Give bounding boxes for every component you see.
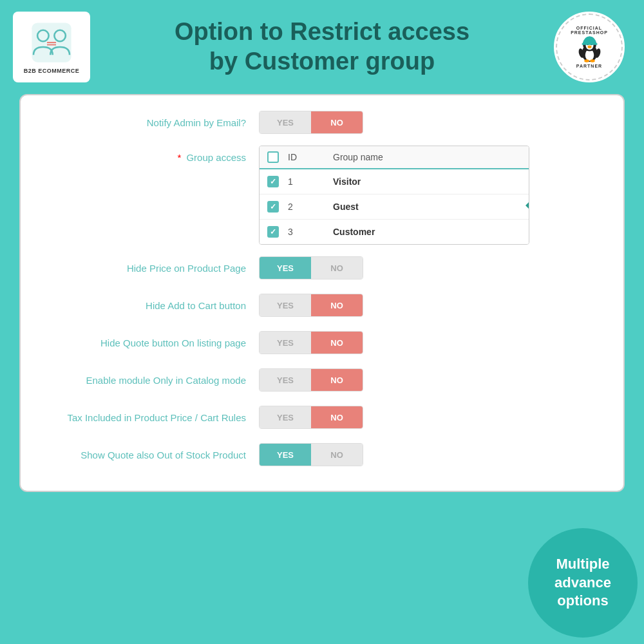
col-name-header: Group name bbox=[333, 152, 521, 162]
visitor-id: 1 bbox=[288, 176, 333, 187]
hide-cart-toggle[interactable]: YES NO bbox=[259, 294, 363, 317]
stock-no-btn[interactable]: NO bbox=[311, 444, 363, 466]
header-title: Option to Restrict access by Customer gr… bbox=[90, 17, 554, 76]
hide-price-toggle[interactable]: YES NO bbox=[259, 256, 363, 279]
logo-box: B2B ECOMMERCE bbox=[13, 12, 90, 82]
bubble-text: Multiple advance options bbox=[548, 549, 618, 617]
hide-quote-no-btn[interactable]: NO bbox=[311, 332, 363, 354]
stock-row: Show Quote also Out of Stock Product YES… bbox=[40, 440, 604, 469]
partner-badge: OFFICIAL PRESTASHOP bbox=[554, 12, 625, 82]
header: B2B ECOMMERCE Option to Restrict access … bbox=[0, 0, 644, 94]
catalog-yes-btn[interactable]: YES bbox=[260, 369, 311, 391]
svg-point-11 bbox=[587, 46, 591, 49]
guest-name: Guest bbox=[333, 202, 521, 212]
visitor-name: Visitor bbox=[333, 176, 521, 187]
group-access-label: * Group access bbox=[40, 146, 259, 163]
table-row: ✓ 2 Guest bbox=[260, 194, 529, 220]
stock-label: Show Quote also Out of Stock Product bbox=[40, 450, 259, 460]
group-table-header: ID Group name bbox=[260, 146, 529, 169]
customer-id: 3 bbox=[288, 227, 333, 237]
prestashop-mascot-icon bbox=[575, 35, 604, 64]
hide-price-label: Hide Price on Product Page bbox=[40, 263, 259, 274]
group-access-row: * Group access ID Group name bbox=[40, 146, 604, 245]
table-row: ✓ 3 Customer bbox=[260, 220, 529, 244]
main-card: Notify Admin by Email? YES NO * Group ac… bbox=[19, 94, 625, 492]
notify-label: Notify Admin by Email? bbox=[40, 117, 259, 128]
row3-check-col: ✓ bbox=[267, 226, 288, 238]
visitor-checkbox[interactable]: ✓ bbox=[267, 176, 279, 187]
catalog-toggle[interactable]: YES NO bbox=[259, 368, 363, 392]
customer-name: Customer bbox=[333, 227, 521, 237]
tax-label: Tax Included in Product Price / Cart Rul… bbox=[40, 412, 259, 423]
row1-check-col: ✓ bbox=[267, 176, 288, 187]
svg-rect-16 bbox=[582, 43, 597, 45]
hide-quote-yes-btn[interactable]: YES bbox=[260, 332, 311, 354]
partner-text-bottom: PARTNER bbox=[576, 64, 602, 68]
hide-price-yes-btn[interactable]: YES bbox=[260, 257, 311, 279]
stock-yes-btn[interactable]: YES bbox=[260, 444, 311, 466]
tax-row: Tax Included in Product Price / Cart Rul… bbox=[40, 403, 604, 431]
notify-toggle[interactable]: YES NO bbox=[259, 111, 363, 134]
hide-cart-yes-btn[interactable]: YES bbox=[260, 294, 311, 316]
hide-price-row: Hide Price on Product Page YES NO bbox=[40, 254, 604, 282]
stock-toggle[interactable]: YES NO bbox=[259, 443, 363, 466]
logo-label: B2B ECOMMERCE bbox=[24, 68, 80, 74]
partner-inner: OFFICIAL PRESTASHOP bbox=[556, 14, 623, 80]
svg-marker-17 bbox=[526, 193, 529, 218]
multiple-options-bubble: Multiple advance options bbox=[528, 528, 638, 638]
hide-price-no-btn[interactable]: NO bbox=[311, 257, 363, 279]
customer-checkbox[interactable]: ✓ bbox=[267, 226, 279, 238]
hide-cart-no-btn[interactable]: NO bbox=[311, 294, 363, 316]
catalog-no-btn[interactable]: NO bbox=[311, 369, 363, 391]
hide-quote-toggle[interactable]: YES NO bbox=[259, 331, 363, 354]
svg-point-15 bbox=[590, 59, 595, 62]
group-table: ID Group name ✓ 1 Visitor bbox=[259, 146, 529, 245]
partner-text-top: OFFICIAL PRESTASHOP bbox=[557, 26, 621, 35]
hide-cart-label: Hide Add to Cart button bbox=[40, 300, 259, 311]
svg-point-14 bbox=[584, 59, 589, 62]
notify-yes-btn[interactable]: YES bbox=[260, 111, 311, 133]
guest-checkbox[interactable]: ✓ bbox=[267, 201, 279, 213]
arrow-indicator bbox=[526, 193, 529, 221]
hide-quote-label: Hide Quote button On listing page bbox=[40, 337, 259, 348]
notify-no-btn[interactable]: NO bbox=[311, 111, 363, 133]
notify-row: Notify Admin by Email? YES NO bbox=[40, 108, 604, 137]
table-row: ✓ 1 Visitor bbox=[260, 169, 529, 194]
group-label-text: Group access bbox=[186, 152, 246, 163]
catalog-label: Enable module Only in Catalog mode bbox=[40, 375, 259, 386]
header-check-col bbox=[267, 151, 288, 163]
guest-id: 2 bbox=[288, 202, 333, 212]
row2-check-col: ✓ bbox=[267, 201, 288, 213]
title: Option to Restrict access by Customer gr… bbox=[103, 17, 541, 76]
hide-quote-row: Hide Quote button On listing page YES NO bbox=[40, 328, 604, 357]
hide-cart-row: Hide Add to Cart button YES NO bbox=[40, 291, 604, 319]
catalog-row: Enable module Only in Catalog mode YES N… bbox=[40, 366, 604, 394]
tax-no-btn[interactable]: NO bbox=[311, 406, 363, 428]
col-id-header: ID bbox=[288, 152, 333, 162]
tax-toggle[interactable]: YES NO bbox=[259, 406, 363, 429]
tax-yes-btn[interactable]: YES bbox=[260, 406, 311, 428]
select-all-checkbox[interactable] bbox=[267, 151, 279, 163]
required-star: * bbox=[177, 152, 181, 163]
logo-icon bbox=[29, 20, 74, 65]
